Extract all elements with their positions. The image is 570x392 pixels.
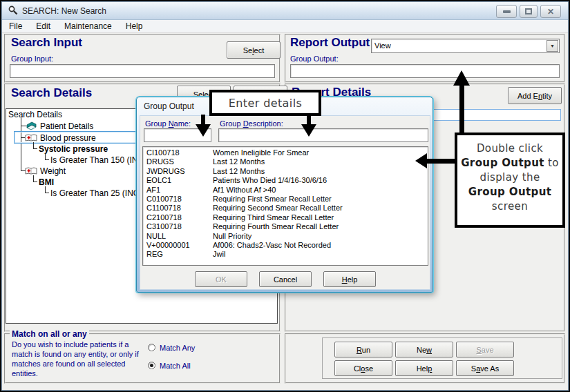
enter-details-callout: Enter details — [209, 90, 321, 116]
help-button[interactable]: Help — [395, 360, 453, 376]
tree-connector — [33, 142, 37, 149]
tree-item-weight[interactable]: Weight — [40, 166, 66, 176]
arrow-to-group-output-field — [453, 70, 470, 86]
minimize-button[interactable] — [496, 5, 517, 18]
tree-item-bmi[interactable]: BMI — [39, 177, 54, 187]
match-legend: Match on all or any — [10, 329, 89, 339]
save-button[interactable]: Save — [456, 342, 514, 357]
arrow-to-group-description — [307, 115, 311, 124]
dropdown-arrow-button[interactable]: ▼ — [547, 40, 558, 52]
window-title: SEARCH: New Search — [22, 6, 106, 16]
group-input-field[interactable] — [10, 64, 275, 78]
match-any-label[interactable]: Match Any — [160, 344, 195, 352]
tree-item-patient-details[interactable]: Patient Details — [40, 121, 93, 131]
chevron-down-icon: ▼ — [550, 43, 555, 48]
menu-file[interactable]: File — [2, 21, 29, 32]
search-window-icon — [8, 5, 19, 16]
group-list-item[interactable]: CI100718Women Ineligible For Smear — [143, 148, 428, 157]
tree-item-greater-150[interactable]: Is Greater Than 150 (INC) — [50, 155, 146, 165]
close-icon: ✕ — [547, 7, 554, 17]
tree-item-systolic-pressure[interactable]: Systolic pressure — [39, 144, 108, 154]
tree-item-greater-25[interactable]: Is Greater Than 25 (INC) — [50, 188, 142, 198]
group-list-item[interactable]: REGJwil — [143, 250, 428, 259]
group-list-item[interactable]: NULLNull Priority — [143, 232, 428, 241]
group-output-dialog: Group Output Group Name: Group Descripti… — [136, 97, 433, 293]
arrow-to-group-description — [301, 124, 316, 137]
menu-help[interactable]: Help — [119, 21, 150, 32]
close-button[interactable]: ✕ — [540, 5, 561, 18]
maximize-button[interactable] — [520, 5, 538, 18]
arrow-to-group-name — [201, 115, 205, 124]
report-output-heading: Report Output — [290, 36, 370, 50]
cancel-button[interactable]: Cancel — [259, 271, 312, 287]
add-entity-button[interactable]: Add Entity — [508, 87, 562, 104]
group-output-list[interactable]: CI100718Women Ineligible For SmearDRUGSL… — [142, 146, 428, 266]
group-list-item[interactable]: C3100718Requiring Fourth Smear Recall Le… — [143, 222, 428, 231]
group-output-field[interactable] — [290, 64, 560, 78]
ok-button[interactable]: OK — [195, 271, 247, 287]
group-list-item[interactable]: EOLC1Patients Who Died 1/4/16-30/6/16 — [143, 176, 428, 185]
arrow-to-group-list — [426, 159, 455, 164]
menubar: File Edit Maintenance Help — [2, 20, 568, 33]
arrow-to-group-list — [415, 153, 427, 168]
match-any-radio[interactable] — [148, 344, 155, 351]
group-list-item[interactable]: C0100718Requiring First Smear Recall Let… — [143, 195, 428, 204]
group-list-item[interactable]: AF1Af1 Without Af >40 — [143, 186, 428, 195]
view-dropdown-value: View — [374, 41, 391, 50]
tree-root-label: Search Details — [8, 110, 62, 119]
select-button[interactable]: Select — [227, 41, 281, 59]
group-output-label: Group Output: — [290, 55, 339, 63]
dialog-help-button[interactable]: Help — [323, 271, 376, 287]
group-description-field[interactable] — [218, 128, 428, 142]
double-click-callout: Double clickGroup Output todisplay theGr… — [455, 133, 565, 228]
group-list-item[interactable]: JWDRUGSLast 12 Months — [143, 167, 428, 176]
arrow-to-group-name — [196, 124, 211, 137]
close-action-button[interactable]: Close — [334, 360, 392, 376]
match-description: Do you wish to include patients if a mat… — [12, 340, 149, 378]
group-list-item[interactable]: V+00000001Af006: Chads2-Vasc Not Recorde… — [143, 241, 428, 250]
group-list-item[interactable]: C2100718Requiring Third Smear Recall Let… — [143, 213, 428, 222]
tree-connector — [33, 175, 37, 182]
view-dropdown[interactable]: View ▼ — [371, 39, 560, 53]
menu-edit[interactable]: Edit — [29, 21, 57, 32]
menu-maintenance[interactable]: Maintenance — [57, 21, 119, 32]
tree-item-blood-pressure[interactable]: Blood pressure — [40, 133, 96, 143]
search-details-heading: Search Details — [11, 86, 92, 100]
group-list-item[interactable]: C1100718Requiring Second Smear Recall Le… — [143, 204, 428, 213]
enter-details-text: Enter details — [229, 97, 303, 110]
run-button[interactable]: Run — [334, 342, 392, 357]
group-list-item[interactable]: DRUGSLast 12 Months — [143, 157, 428, 166]
tree-connector — [45, 153, 49, 160]
group-description-label: Group Description: — [220, 119, 283, 128]
minimize-icon — [503, 10, 511, 13]
arrow-to-group-output-field — [459, 86, 464, 133]
search-input-heading: Search Input — [11, 36, 82, 50]
save-as-button[interactable]: Save As — [456, 360, 514, 376]
group-input-label: Group Input: — [11, 55, 53, 63]
maximize-icon — [525, 8, 532, 14]
match-all-radio[interactable] — [148, 362, 155, 369]
double-click-callout-text: Double clickGroup Output todisplay theGr… — [457, 135, 562, 214]
group-name-label: Group Name: — [145, 119, 191, 128]
match-all-label[interactable]: Match All — [160, 362, 191, 370]
tree-connector — [45, 186, 49, 193]
dialog-title: Group Output — [144, 101, 194, 111]
new-button[interactable]: New — [395, 342, 453, 357]
